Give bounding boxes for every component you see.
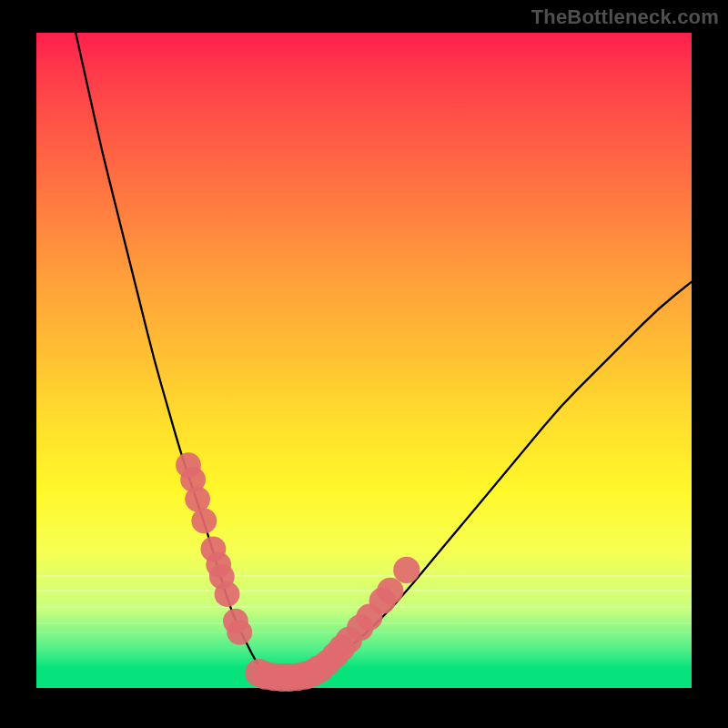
chart-frame: TheBottleneck.com xyxy=(0,0,728,728)
marker-group xyxy=(176,452,420,692)
curve-group xyxy=(76,33,692,675)
data-marker xyxy=(227,620,252,645)
data-marker xyxy=(215,581,240,607)
chart-svg xyxy=(36,33,692,688)
curve-line xyxy=(76,33,692,675)
data-marker xyxy=(185,487,210,512)
plot-area xyxy=(36,33,692,688)
data-marker xyxy=(393,557,420,583)
data-marker xyxy=(377,578,403,604)
data-marker xyxy=(191,509,217,534)
watermark-text: TheBottleneck.com xyxy=(531,5,719,29)
